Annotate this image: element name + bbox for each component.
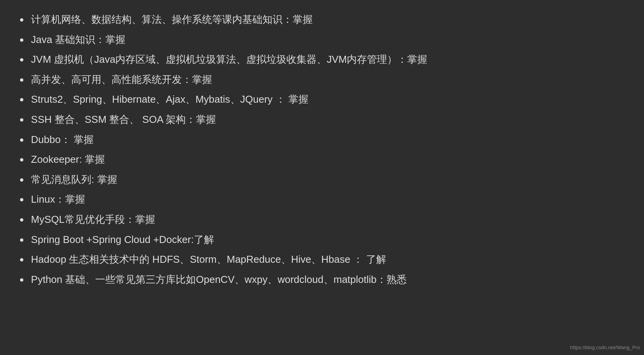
list-item-text: Linux：掌握 xyxy=(31,191,629,208)
list-item: Linux：掌握 xyxy=(15,191,629,208)
list-item-text: Java 基础知识：掌握 xyxy=(31,32,629,48)
list-item-text: 高并发、高可用、高性能系统开发：掌握 xyxy=(31,72,629,88)
list-item: Java 基础知识：掌握 xyxy=(15,32,629,48)
list-item-text: 计算机网络、数据结构、算法、操作系统等课内基础知识：掌握 xyxy=(31,12,629,28)
list-item-text: Hadoop 生态相关技术中的 HDFS、Storm、MapReduce、Hiv… xyxy=(31,252,629,268)
list-item: Zookeeper: 掌握 xyxy=(15,152,629,168)
skills-list: 计算机网络、数据结构、算法、操作系统等课内基础知识：掌握Java 基础知识：掌握… xyxy=(15,12,629,288)
list-item: 常见消息队列: 掌握 xyxy=(15,172,629,188)
list-item-text: Dubbo： 掌握 xyxy=(31,132,629,148)
list-item-text: Python 基础、一些常见第三方库比如OpenCV、wxpy、wordclou… xyxy=(31,272,629,288)
list-item-text: Zookeeper: 掌握 xyxy=(31,152,629,168)
list-item: SSH 整合、SSM 整合、 SOA 架构：掌握 xyxy=(15,112,629,128)
list-item: Spring Boot +Spring Cloud +Docker:了解 xyxy=(15,232,629,248)
list-item: Python 基础、一些常见第三方库比如OpenCV、wxpy、wordclou… xyxy=(15,272,629,288)
list-item-text: 常见消息队列: 掌握 xyxy=(31,172,629,188)
list-item-text: JVM 虚拟机（Java内存区域、虚拟机垃圾算法、虚拟垃圾收集器、JVM内存管理… xyxy=(31,52,629,68)
list-item-text: SSH 整合、SSM 整合、 SOA 架构：掌握 xyxy=(31,112,629,128)
list-item-text: Struts2、Spring、Hibernate、Ajax、Mybatis、JQ… xyxy=(31,91,629,108)
list-item: JVM 虚拟机（Java内存区域、虚拟机垃圾算法、虚拟垃圾收集器、JVM内存管理… xyxy=(15,52,629,68)
list-item: Hadoop 生态相关技术中的 HDFS、Storm、MapReduce、Hiv… xyxy=(15,252,629,268)
list-item-text: MySQL常见优化手段：掌握 xyxy=(31,212,629,228)
list-item: MySQL常见优化手段：掌握 xyxy=(15,212,629,228)
list-item: Struts2、Spring、Hibernate、Ajax、Mybatis、JQ… xyxy=(15,91,629,108)
list-item: 高并发、高可用、高性能系统开发：掌握 xyxy=(15,72,629,88)
list-item-text: Spring Boot +Spring Cloud +Docker:了解 xyxy=(31,232,629,248)
watermark: https://blog.csdn.net/Wang_Pro xyxy=(570,344,640,352)
list-item: 计算机网络、数据结构、算法、操作系统等课内基础知识：掌握 xyxy=(15,12,629,28)
list-item: Dubbo： 掌握 xyxy=(15,132,629,148)
